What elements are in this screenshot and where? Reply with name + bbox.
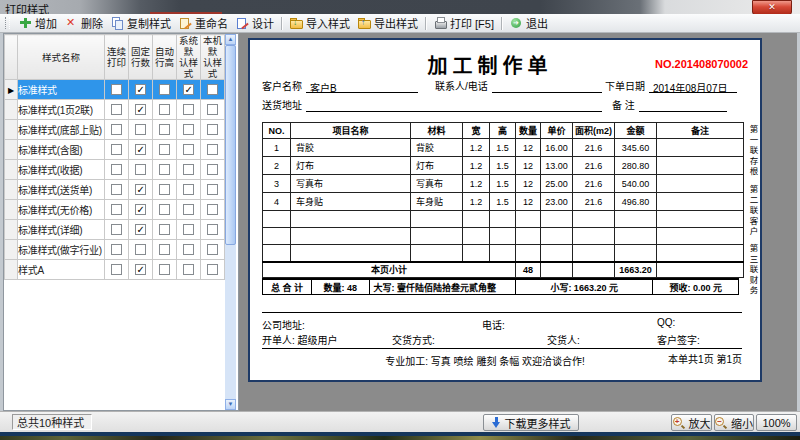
style-flag-cell[interactable] [153,100,177,120]
checkbox-unchecked-icon[interactable] [207,124,218,135]
style-flag-cell[interactable] [105,80,129,100]
checkbox-unchecked-icon[interactable] [183,124,194,135]
checkbox-unchecked-icon[interactable] [207,204,218,215]
checkbox-unchecked-icon[interactable] [159,84,170,95]
checkbox-unchecked-icon[interactable] [159,204,170,215]
style-flag-cell[interactable] [153,260,177,280]
style-name-cell[interactable]: 标准样式(收据) [18,160,105,180]
style-flag-cell[interactable] [201,140,225,160]
style-flag-cell[interactable] [201,100,225,120]
checkbox-unchecked-icon[interactable] [111,144,122,155]
style-flag-cell[interactable] [105,260,129,280]
close-button[interactable]: ✕ [752,0,792,15]
style-flag-cell[interactable] [129,160,153,180]
scroll-up-icon[interactable]: ▲ [225,34,236,45]
style-flag-cell[interactable] [177,140,201,160]
style-flag-cell[interactable] [153,160,177,180]
style-flag-cell[interactable] [201,80,225,100]
style-column-header[interactable]: 自动 行高 [153,35,177,80]
style-flag-cell[interactable] [177,220,201,240]
copy-style-button[interactable]: 复制样式 [107,15,175,31]
add-button[interactable]: 增加 [15,15,61,31]
checkbox-unchecked-icon[interactable] [111,124,122,135]
checkbox-unchecked-icon[interactable] [207,104,218,115]
style-column-header[interactable]: 系统默 认样式 [177,35,201,80]
style-flag-cell[interactable] [201,180,225,200]
checkbox-checked-icon[interactable] [135,144,146,155]
checkbox-checked-icon[interactable] [183,84,194,95]
style-row[interactable]: ▶标准样式 [5,80,225,100]
style-name-cell[interactable]: 标准样式 [18,80,105,100]
checkbox-unchecked-icon[interactable] [135,244,146,255]
style-flag-cell[interactable] [129,80,153,100]
checkbox-unchecked-icon[interactable] [159,244,170,255]
checkbox-unchecked-icon[interactable] [207,144,218,155]
zoom-level-button[interactable]: 100% [756,414,797,431]
style-flag-cell[interactable] [201,260,225,280]
style-flag-cell[interactable] [177,240,201,260]
style-flag-cell[interactable] [129,200,153,220]
checkbox-unchecked-icon[interactable] [111,244,122,255]
checkbox-unchecked-icon[interactable] [111,264,122,275]
style-flag-cell[interactable] [177,260,201,280]
style-row[interactable]: 标准样式(做字行业) [5,240,225,260]
style-name-cell[interactable]: 标准样式(详细) [18,220,105,240]
rename-button[interactable]: 重命名 [175,15,232,31]
style-flag-cell[interactable] [153,120,177,140]
checkbox-unchecked-icon[interactable] [207,264,218,275]
style-flag-cell[interactable] [105,200,129,220]
style-flag-cell[interactable] [153,180,177,200]
style-flag-cell[interactable] [177,200,201,220]
style-flag-cell[interactable] [153,140,177,160]
style-flag-cell[interactable] [153,200,177,220]
style-flag-cell[interactable] [177,160,201,180]
style-flag-cell[interactable] [129,140,153,160]
checkbox-unchecked-icon[interactable] [207,184,218,195]
style-flag-cell[interactable] [105,120,129,140]
checkbox-unchecked-icon[interactable] [207,164,218,175]
style-flag-cell[interactable] [129,260,153,280]
style-column-header[interactable]: 连续 打印 [105,35,129,80]
checkbox-unchecked-icon[interactable] [111,164,122,175]
checkbox-unchecked-icon[interactable] [207,84,218,95]
style-flag-cell[interactable] [201,240,225,260]
checkbox-unchecked-icon[interactable] [207,224,218,235]
checkbox-checked-icon[interactable] [135,84,146,95]
checkbox-unchecked-icon[interactable] [159,124,170,135]
checkbox-checked-icon[interactable] [135,184,146,195]
download-more-styles-button[interactable]: 下载更多样式 [483,414,579,431]
style-flag-cell[interactable] [105,240,129,260]
style-row[interactable]: 标准样式(详细) [5,220,225,240]
export-style-button[interactable]: ↑导出样式 [354,15,422,31]
style-row[interactable]: 标准样式(含图) [5,140,225,160]
checkbox-unchecked-icon[interactable] [183,244,194,255]
style-flag-cell[interactable] [129,220,153,240]
checkbox-unchecked-icon[interactable] [111,84,122,95]
style-row[interactable]: 标准样式(无价格) [5,200,225,220]
checkbox-unchecked-icon[interactable] [183,144,194,155]
style-row[interactable]: 标准样式(送货单) [5,180,225,200]
style-flag-cell[interactable] [105,180,129,200]
style-name-cell[interactable]: 标准样式(无价格) [18,200,105,220]
style-flag-cell[interactable] [129,180,153,200]
style-flag-cell[interactable] [105,140,129,160]
delete-button[interactable]: 删除 [61,15,107,31]
style-flag-cell[interactable] [153,80,177,100]
design-button[interactable]: 设计 [232,15,278,31]
style-name-cell[interactable]: 样式A [18,260,105,280]
checkbox-unchecked-icon[interactable] [159,144,170,155]
style-flag-cell[interactable] [153,240,177,260]
scrollbar-thumb[interactable] [225,45,236,245]
checkbox-unchecked-icon[interactable] [111,204,122,215]
checkbox-checked-icon[interactable] [135,204,146,215]
style-row[interactable]: 标准样式(收据) [5,160,225,180]
checkbox-unchecked-icon[interactable] [159,184,170,195]
style-flag-cell[interactable] [129,240,153,260]
style-row[interactable]: 标准样式(1页2联) [5,100,225,120]
import-style-button[interactable]: ↓导入样式 [286,15,354,31]
checkbox-unchecked-icon[interactable] [183,104,194,115]
checkbox-unchecked-icon[interactable] [159,164,170,175]
style-name-cell[interactable]: 标准样式(送货单) [18,180,105,200]
style-flag-cell[interactable] [129,120,153,140]
style-flag-cell[interactable] [129,100,153,120]
